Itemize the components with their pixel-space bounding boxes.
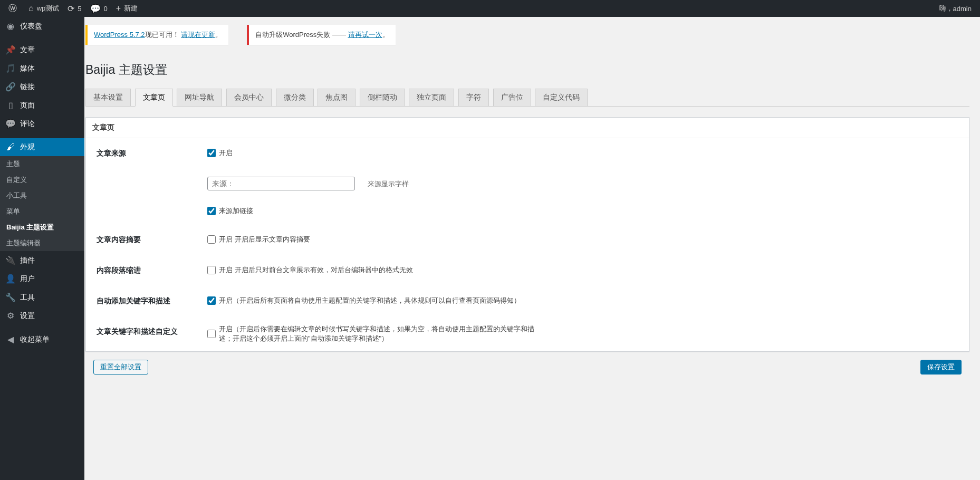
brush-icon: 🖌 xyxy=(5,142,16,152)
reset-button[interactable]: 重置全部设置 xyxy=(93,360,148,375)
comments-count: 0 xyxy=(104,5,108,13)
site-name: wp测试 xyxy=(37,4,60,13)
sidebar-item-label: 设置 xyxy=(20,311,35,321)
sidebar-item-pages[interactable]: ▯页面 xyxy=(0,96,84,114)
users-icon: 👤 xyxy=(5,274,16,284)
home-icon: ⌂ xyxy=(28,4,34,13)
sidebar-item-label: 媒体 xyxy=(20,64,35,73)
upgrade-fail-notice: 自动升级WordPress失败 —— 请再试一次。 xyxy=(247,25,395,45)
appearance-submenu: 主题 自定义 小工具 菜单 Baijia 主题设置 主题编辑器 xyxy=(0,156,84,251)
tab-sidebar-follow[interactable]: 侧栏随动 xyxy=(360,89,405,106)
sidebar-item-links[interactable]: 🔗链接 xyxy=(0,78,84,96)
sidebar-item-label: 仪表盘 xyxy=(20,22,42,31)
customkw-enable-label[interactable]: 开启（开启后你需要在编辑文章的时候书写关键字和描述，如果为空，将自动使用主题配置… xyxy=(207,324,546,343)
tab-chars[interactable]: 字符 xyxy=(458,89,489,106)
site-home-link[interactable]: ⌂wp测试 xyxy=(24,0,63,17)
autokw-enable-label[interactable]: 开启（开启后所有页面将自动使用主题配置的关键字和描述，具体规则可以自行查看页面源… xyxy=(207,296,521,305)
admin-bar: ⓦ ⌂wp测试 ⟳5 💬0 +新建 嗨，admin xyxy=(0,0,980,17)
source-text-input[interactable] xyxy=(207,177,355,190)
submenu-widgets[interactable]: 小工具 xyxy=(0,188,84,204)
field-label-source: 文章来源 xyxy=(86,138,202,169)
settings-panel: 文章页 文章来源 开启 来源显示字样 xyxy=(85,117,969,352)
source-link-checkbox[interactable] xyxy=(207,207,216,215)
sidebar-item-label: 评论 xyxy=(20,119,35,129)
collapse-icon: ◀ xyxy=(5,334,16,344)
sidebar-item-label: 插件 xyxy=(20,256,35,265)
submenu-themes[interactable]: 主题 xyxy=(0,156,84,172)
comment-icon: 💬 xyxy=(5,119,16,129)
settings-tabs: 基本设置 文章页 网址导航 会员中心 微分类 焦点图 侧栏随动 独立页面 字符 … xyxy=(85,89,969,107)
sidebar-item-plugins[interactable]: 🔌插件 xyxy=(0,251,84,270)
sidebar-item-tools[interactable]: 🔧工具 xyxy=(0,288,84,306)
sidebar-item-collapse[interactable]: ◀收起菜单 xyxy=(0,330,84,349)
tab-article[interactable]: 文章页 xyxy=(135,89,173,107)
refresh-icon: ⟳ xyxy=(68,4,74,14)
link-icon: 🔗 xyxy=(5,82,16,92)
save-button[interactable]: 保存设置 xyxy=(920,360,962,375)
new-label: 新建 xyxy=(124,4,138,13)
tab-standalone[interactable]: 独立页面 xyxy=(409,89,454,106)
sidebar-item-label: 链接 xyxy=(20,82,35,92)
dashboard-icon: ◉ xyxy=(5,21,16,31)
submenu-baijia-settings[interactable]: Baijia 主题设置 xyxy=(0,219,84,235)
update-suffix: 现已可用！ xyxy=(145,31,179,39)
tab-focus[interactable]: 焦点图 xyxy=(318,89,356,106)
sidebar-item-settings[interactable]: ⚙设置 xyxy=(0,306,84,325)
submenu-theme-editor[interactable]: 主题编辑器 xyxy=(0,235,84,251)
sidebar-item-label: 收起菜单 xyxy=(20,335,50,344)
sidebar-item-comments[interactable]: 💬评论 xyxy=(0,114,84,133)
retry-link[interactable]: 请再试一次 xyxy=(348,31,382,39)
submenu-menus[interactable]: 菜单 xyxy=(0,204,84,219)
section-title: 文章页 xyxy=(86,118,969,138)
updates-count: 5 xyxy=(78,5,81,13)
sidebar-item-label: 外观 xyxy=(20,142,35,152)
indent-enable-label[interactable]: 开启 开启后只对前台文章展示有效，对后台编辑器中的格式无效 xyxy=(207,265,413,275)
tab-nav[interactable]: 网址导航 xyxy=(177,89,222,106)
plus-icon: + xyxy=(116,4,121,13)
sidebar-item-appearance[interactable]: 🖌外观 xyxy=(0,138,84,156)
wp-version-link[interactable]: WordPress 5.7.2 xyxy=(94,31,145,39)
user-menu[interactable]: 嗨，admin xyxy=(935,0,976,17)
field-label-autokw: 自动添加关键字和描述 xyxy=(86,286,202,316)
sidebar-item-dashboard[interactable]: ◉仪表盘 xyxy=(0,17,84,35)
excerpt-enable-label[interactable]: 开启 开启后显示文章内容摘要 xyxy=(207,235,310,244)
admin-menu: ◉仪表盘 📌文章 🎵媒体 🔗链接 ▯页面 💬评论 🖌外观 主题 自定义 小工具 … xyxy=(0,17,84,480)
autokw-enable-checkbox[interactable] xyxy=(207,296,216,305)
field-label-customkw: 文章关键字和描述自定义 xyxy=(86,316,202,351)
tab-basic[interactable]: 基本设置 xyxy=(85,89,131,106)
tab-microcat[interactable]: 微分类 xyxy=(276,89,314,106)
sidebar-item-users[interactable]: 👤用户 xyxy=(0,270,84,288)
plugin-icon: 🔌 xyxy=(5,255,16,265)
wp-logo[interactable]: ⓦ xyxy=(4,0,24,17)
sidebar-item-label: 页面 xyxy=(20,101,35,110)
sidebar-item-label: 用户 xyxy=(20,274,35,284)
sliders-icon: ⚙ xyxy=(5,311,16,321)
comment-icon: 💬 xyxy=(90,4,101,14)
new-content-link[interactable]: +新建 xyxy=(112,0,142,17)
pin-icon: 📌 xyxy=(5,45,16,55)
source-text-desc: 来源显示字样 xyxy=(368,180,409,188)
customkw-enable-checkbox[interactable] xyxy=(207,330,216,338)
media-icon: 🎵 xyxy=(5,63,16,73)
wrench-icon: 🔧 xyxy=(5,292,16,302)
excerpt-enable-checkbox[interactable] xyxy=(207,235,216,244)
indent-enable-checkbox[interactable] xyxy=(207,266,216,274)
update-notice: WordPress 5.7.2现已可用！ 请现在更新。 xyxy=(85,25,228,45)
comments-link[interactable]: 💬0 xyxy=(86,0,112,17)
submenu-customize[interactable]: 自定义 xyxy=(0,172,84,188)
sidebar-item-label: 工具 xyxy=(20,293,35,302)
upgrade-fail-text: 自动升级WordPress失败 —— xyxy=(255,31,348,39)
tab-ads[interactable]: 广告位 xyxy=(493,89,531,106)
updates-link[interactable]: ⟳5 xyxy=(63,0,85,17)
source-enable-label[interactable]: 开启 xyxy=(207,148,233,158)
tab-member[interactable]: 会员中心 xyxy=(226,89,272,106)
tab-customcode[interactable]: 自定义代码 xyxy=(535,89,588,106)
field-label-excerpt: 文章内容摘要 xyxy=(86,225,202,255)
sidebar-item-media[interactable]: 🎵媒体 xyxy=(0,59,84,78)
update-now-link[interactable]: 请现在更新 xyxy=(181,31,215,39)
sidebar-item-label: 文章 xyxy=(20,45,35,55)
source-link-label[interactable]: 来源加链接 xyxy=(207,206,253,216)
sidebar-item-posts[interactable]: 📌文章 xyxy=(0,41,84,59)
username: admin xyxy=(953,5,972,13)
source-enable-checkbox[interactable] xyxy=(207,149,216,157)
